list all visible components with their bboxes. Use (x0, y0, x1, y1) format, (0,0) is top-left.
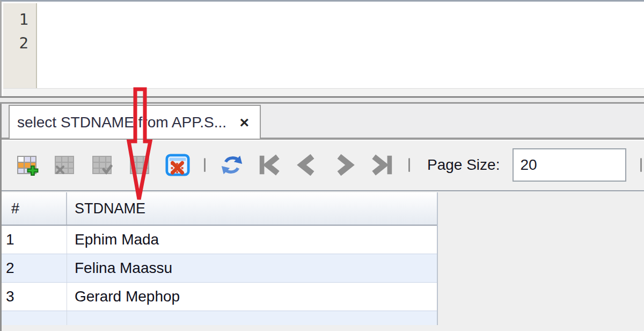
page-size-label: Page Size: (427, 156, 500, 174)
line-number: 1 (3, 8, 28, 31)
cancel-edits-button[interactable] (128, 153, 152, 177)
last-page-icon (370, 154, 394, 176)
refresh-icon (219, 152, 244, 178)
truncate-table-button[interactable] (165, 153, 190, 177)
table-row-empty[interactable] (2, 311, 437, 325)
insert-record-button[interactable] (15, 153, 40, 177)
tab-query-result[interactable]: select STDNAME from APP.S... × (9, 105, 261, 139)
page-size-input[interactable] (513, 148, 626, 182)
row-number-cell: 3 (2, 283, 67, 311)
row-number-cell: 1 (2, 226, 67, 254)
stdname-cell: Gerard Mephop (67, 283, 437, 311)
results-tab-bar: select STDNAME from APP.S... × (0, 104, 644, 139)
table-row[interactable]: 2 Felina Maassu (2, 254, 437, 283)
commit-record-button[interactable] (90, 153, 115, 177)
row-number-cell: 2 (2, 254, 67, 282)
toolbar-separator (640, 158, 642, 172)
toolbar-separator (204, 158, 206, 172)
tab-label: select STDNAME from APP.S... (17, 114, 226, 131)
close-icon[interactable]: × (239, 114, 249, 131)
delete-record-icon (53, 153, 77, 177)
previous-page-button[interactable] (295, 153, 319, 177)
delete-record-button[interactable] (53, 153, 77, 177)
code-line-1 (38, 45, 644, 70)
refresh-button[interactable] (219, 153, 244, 177)
table-row[interactable]: 1 Ephim Mada (2, 226, 437, 254)
results-grid-area: # STDNAME 1 Ephim Mada 2 Felina Maassu 3… (0, 191, 644, 331)
panel-splitter[interactable] (0, 96, 644, 104)
stdname-cell: Felina Maassu (67, 254, 437, 282)
results-toolbar: Page Size: (0, 139, 644, 191)
cancel-edits-icon (128, 153, 152, 177)
column-header-stdname[interactable]: STDNAME (67, 192, 437, 225)
first-page-button[interactable] (257, 153, 282, 177)
editor-bottom-strip (3, 88, 644, 96)
commit-record-icon (90, 153, 115, 177)
line-number: 2 (3, 31, 28, 55)
next-page-button[interactable] (332, 153, 357, 177)
next-page-icon (333, 154, 356, 176)
column-header-rownum[interactable]: # (2, 192, 67, 225)
stdname-cell: Ephim Mada (67, 226, 437, 254)
previous-page-icon (296, 154, 318, 176)
last-page-button[interactable] (370, 153, 394, 177)
code-area[interactable]: select STDNAME from APP.STUDENTS Selecti… (38, 3, 644, 89)
insert-record-icon (15, 153, 40, 177)
results-table: # STDNAME 1 Ephim Mada 2 Felina Maassu 3… (2, 192, 438, 325)
toolbar-separator (408, 158, 410, 172)
first-page-icon (257, 154, 282, 176)
sql-editor[interactable]: 1 2 select STDNAME from APP.STUDENTS Sel… (0, 0, 644, 96)
panel-left-border (0, 104, 2, 331)
truncate-table-icon (165, 152, 190, 178)
line-number-gutter: 1 2 (3, 3, 37, 89)
table-header-row: # STDNAME (2, 192, 437, 226)
table-row[interactable]: 3 Gerard Mephop (2, 283, 437, 311)
